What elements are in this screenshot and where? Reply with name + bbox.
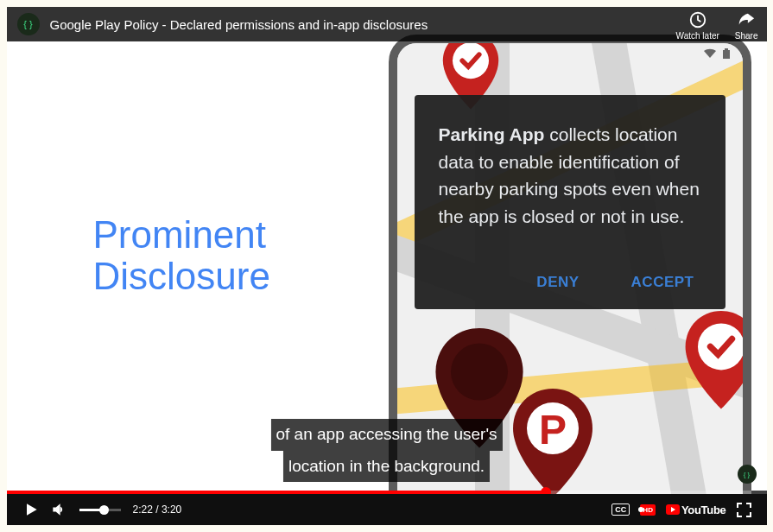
title-actions: Watch later Share [676, 10, 758, 41]
player-controls: 2:22 / 3:20 CC HD YouTube [7, 494, 767, 525]
video-content: Prominent Disclosure P [7, 7, 767, 491]
play-button[interactable] [17, 501, 45, 518]
play-icon [22, 501, 40, 518]
quality-button[interactable]: HD [635, 504, 661, 516]
volume-button[interactable] [45, 501, 73, 518]
closed-caption: of an app accessing the user's location … [270, 419, 502, 482]
caption-line: of an app accessing the user's [270, 419, 502, 450]
channel-avatar[interactable]: { } [17, 13, 40, 35]
share-button[interactable]: Share [735, 10, 758, 41]
youtube-logo: YouTube [666, 504, 726, 516]
caption-line: location in the background. [283, 451, 490, 482]
hd-icon: HD [640, 504, 656, 516]
video-player: { } Google Play Policy - Declared permis… [7, 7, 767, 525]
channel-badge-icon[interactable]: { } [738, 465, 757, 484]
battery-icon [722, 48, 731, 59]
map-pin-icon [682, 311, 751, 412]
duration: 3:20 [162, 504, 181, 516]
volume-slider[interactable] [79, 509, 121, 511]
svg-text:P: P [538, 407, 566, 453]
share-icon [737, 10, 756, 29]
cc-icon: CC [611, 504, 630, 516]
permission-dialog: Parking App collects location data to en… [415, 95, 725, 309]
dialog-app-name: Parking App [439, 124, 545, 144]
youtube-play-icon [666, 504, 680, 515]
dialog-body: Parking App collects location data to en… [439, 121, 701, 230]
phone-statusbar [703, 48, 731, 59]
volume-icon [50, 501, 67, 518]
video-titlebar: { } Google Play Policy - Declared permis… [7, 7, 767, 41]
share-label: Share [735, 31, 758, 41]
youtube-logo-button[interactable]: YouTube [661, 504, 732, 516]
current-time: 2:22 [133, 504, 153, 516]
wifi-icon [703, 48, 717, 59]
svg-rect-2 [725, 48, 728, 50]
headline-line2: Disclosure [93, 256, 270, 297]
watch-later-button[interactable]: Watch later [676, 10, 719, 41]
volume-knob[interactable] [99, 505, 109, 515]
dialog-buttons: DENY ACCEPT [439, 271, 701, 294]
video-title[interactable]: Google Play Policy - Declared permission… [50, 17, 428, 32]
svg-point-7 [451, 344, 508, 401]
time-display: 2:22 / 3:20 [133, 504, 182, 516]
slide-headline: Prominent Disclosure [93, 214, 270, 298]
clock-icon [688, 10, 707, 29]
fullscreen-button[interactable] [732, 503, 757, 517]
watch-later-label: Watch later [676, 31, 719, 41]
svg-rect-1 [723, 50, 730, 59]
headline-line1: Prominent [93, 214, 270, 256]
deny-button[interactable]: DENY [536, 271, 579, 294]
captions-button[interactable]: CC [606, 504, 635, 516]
accept-button[interactable]: ACCEPT [631, 271, 694, 294]
youtube-text: YouTube [681, 504, 726, 516]
fullscreen-icon [737, 503, 751, 517]
